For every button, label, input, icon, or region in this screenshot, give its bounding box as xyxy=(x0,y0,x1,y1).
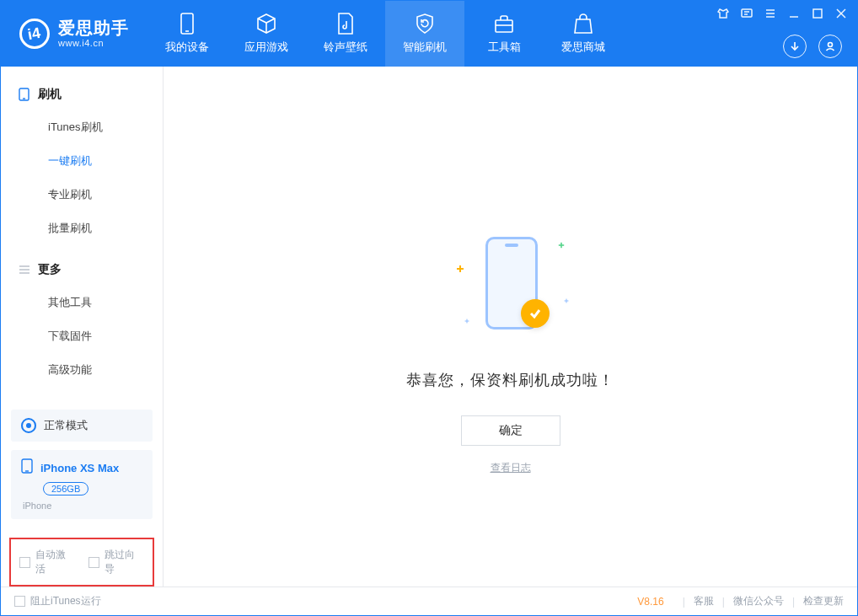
success-illustration xyxy=(452,235,570,336)
mode-icon xyxy=(21,418,36,433)
tab-store[interactable]: 爱思商城 xyxy=(544,1,623,67)
sparkle-icon xyxy=(558,243,563,248)
tab-label: 我的设备 xyxy=(165,40,209,55)
sidebar-group-label: 刷机 xyxy=(38,87,62,102)
ok-button[interactable]: 确定 xyxy=(461,415,560,446)
footer: 阻止iTunes运行 V8.16 | 客服 | 微信公众号 | 检查更新 xyxy=(1,587,857,615)
account-button[interactable] xyxy=(818,35,842,58)
footer-link-update[interactable]: 检查更新 xyxy=(803,594,844,608)
tab-label: 应用游戏 xyxy=(244,40,288,55)
sidebar-item-oneclick-flash[interactable]: 一键刷机 xyxy=(1,144,163,178)
device-mode-label: 正常模式 xyxy=(44,418,88,433)
tab-apps[interactable]: 应用游戏 xyxy=(227,1,306,67)
tab-label: 铃声壁纸 xyxy=(324,40,367,55)
toolbox-icon xyxy=(493,13,515,35)
tab-flash[interactable]: 智能刷机 xyxy=(385,1,464,67)
shirt-icon[interactable] xyxy=(717,8,729,19)
version-label: V8.16 xyxy=(637,596,663,608)
sidebar-group-label: 更多 xyxy=(38,262,62,277)
logo-icon: i4 xyxy=(19,19,50,49)
header-action-icons xyxy=(783,35,847,58)
checkbox-skip-guide[interactable]: 跳过向导 xyxy=(88,548,144,576)
minimize-button[interactable] xyxy=(788,8,800,19)
device-name: iPhone XS Max xyxy=(40,462,119,474)
checkmark-badge-icon xyxy=(521,299,550,328)
header-right xyxy=(717,1,857,67)
download-button[interactable] xyxy=(783,35,807,58)
checkbox-label: 跳过向导 xyxy=(105,548,144,576)
svg-rect-5 xyxy=(742,9,752,17)
sparkle-icon xyxy=(457,265,464,272)
tab-my-device[interactable]: 我的设备 xyxy=(147,1,227,67)
sidebar-group-more: 更多 xyxy=(1,254,163,286)
checkbox-label: 阻止iTunes运行 xyxy=(30,594,101,608)
device-mode-card[interactable]: 正常模式 xyxy=(11,410,153,442)
sidebar-item-other-tools[interactable]: 其他工具 xyxy=(1,286,163,319)
checkbox-icon xyxy=(14,596,25,607)
device-icon xyxy=(18,88,30,101)
maximize-button[interactable] xyxy=(812,8,823,19)
success-message: 恭喜您，保资料刷机成功啦！ xyxy=(406,370,614,390)
bag-icon xyxy=(572,13,594,35)
app-window: i4 爱思助手 www.i4.cn 我的设备 应用游戏 铃声壁纸 智能刷机 xyxy=(0,0,858,616)
tab-label: 爱思商城 xyxy=(561,40,605,55)
device-capacity-badge: 256GB xyxy=(43,482,88,495)
svg-rect-3 xyxy=(496,20,512,32)
tab-label: 智能刷机 xyxy=(403,40,447,55)
close-button[interactable] xyxy=(835,8,847,19)
tab-ringtone[interactable]: 铃声壁纸 xyxy=(306,1,385,67)
music-file-icon xyxy=(335,13,357,35)
sidebar-group-flash: 刷机 xyxy=(1,78,163,110)
cube-icon xyxy=(255,13,277,35)
shield-refresh-icon xyxy=(414,13,436,35)
svg-point-16 xyxy=(829,43,833,47)
sidebar-item-itunes-flash[interactable]: iTunes刷机 xyxy=(1,110,163,144)
sparkle-icon xyxy=(464,319,469,324)
checkbox-auto-activate[interactable]: 自动激活 xyxy=(19,548,75,576)
checkbox-icon xyxy=(19,557,30,568)
phone-small-icon xyxy=(21,458,33,477)
sidebar-item-pro-flash[interactable]: 专业刷机 xyxy=(1,178,163,212)
list-icon xyxy=(18,264,30,276)
device-panel: 正常模式 iPhone XS Max 256GB iPhone xyxy=(11,410,153,528)
main-content: 恭喜您，保资料刷机成功啦！ 确定 查看日志 xyxy=(164,67,857,587)
app-logo: i4 爱思助手 www.i4.cn xyxy=(1,1,147,67)
svg-rect-12 xyxy=(813,9,822,18)
feedback-icon[interactable] xyxy=(741,8,753,19)
phone-icon xyxy=(176,13,198,35)
checkbox-label: 自动激活 xyxy=(35,548,75,576)
sidebar-item-advanced[interactable]: 高级功能 xyxy=(1,353,163,387)
footer-right: V8.16 | 客服 | 微信公众号 | 检查更新 xyxy=(637,594,844,608)
tab-toolbox[interactable]: 工具箱 xyxy=(464,1,544,67)
app-title: 爱思助手 xyxy=(58,19,129,38)
sidebar-item-batch-flash[interactable]: 批量刷机 xyxy=(1,212,163,245)
checkbox-icon xyxy=(88,557,99,568)
menu-icon[interactable] xyxy=(764,8,776,19)
device-type: iPhone xyxy=(23,501,51,511)
header: i4 爱思助手 www.i4.cn 我的设备 应用游戏 铃声壁纸 智能刷机 xyxy=(1,1,857,67)
body: 刷机 iTunes刷机 一键刷机 专业刷机 批量刷机 更多 其他工具 下载固件 … xyxy=(1,67,857,587)
checkbox-block-itunes[interactable]: 阻止iTunes运行 xyxy=(14,594,101,608)
nav-tabs: 我的设备 应用游戏 铃声壁纸 智能刷机 工具箱 爱思商城 xyxy=(147,1,623,67)
tab-label: 工具箱 xyxy=(488,40,521,55)
window-controls xyxy=(717,8,847,19)
sidebar: 刷机 iTunes刷机 一键刷机 专业刷机 批量刷机 更多 其他工具 下载固件 … xyxy=(1,67,164,587)
sidebar-item-download-firmware[interactable]: 下载固件 xyxy=(1,319,163,353)
footer-link-wechat[interactable]: 微信公众号 xyxy=(733,594,784,608)
device-info-card[interactable]: iPhone XS Max 256GB iPhone xyxy=(11,450,153,519)
highlighted-options: 自动激活 跳过向导 xyxy=(9,538,154,587)
view-log-link[interactable]: 查看日志 xyxy=(491,461,531,475)
sparkle-icon xyxy=(564,299,568,303)
app-subtitle: www.i4.cn xyxy=(58,38,129,49)
footer-link-support[interactable]: 客服 xyxy=(694,594,714,608)
